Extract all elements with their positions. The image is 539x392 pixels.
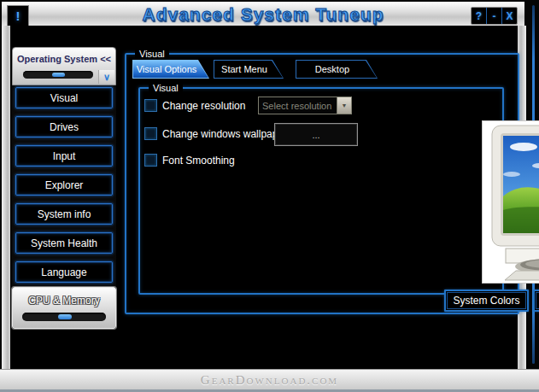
sidebar-category-header: Operating System << ∨: [12, 47, 116, 85]
resolution-select[interactable]: Select resolution ▼: [258, 97, 352, 114]
watermark-text: GearDownload.com: [201, 373, 338, 388]
change-resolution-checkbox[interactable]: [144, 99, 157, 112]
window-title: Advanced System Tuneup: [2, 4, 524, 25]
monitor-preview-image: [483, 121, 539, 283]
change-resolution-label: Change resolution: [162, 100, 245, 112]
apply-button[interactable]: Apply: [533, 290, 539, 312]
sidebar-item-system-info[interactable]: System info: [15, 203, 113, 225]
dropdown-arrow-icon: ▼: [342, 102, 348, 108]
sidebar-item-language[interactable]: Language: [15, 261, 113, 283]
bottom-status-bar: GearDownload.com: [0, 369, 539, 390]
category-dropdown-button[interactable]: ∨: [98, 70, 114, 84]
help-button[interactable]: ?: [472, 8, 486, 24]
font-smoothing-checkbox[interactable]: [144, 154, 157, 167]
window-controls: ? - X: [471, 7, 518, 25]
cpu-memory-label: CPU & Memory: [13, 295, 115, 307]
change-wallpaper-checkbox[interactable]: [144, 127, 157, 140]
monitor-preview: [482, 120, 539, 284]
window-frame-left: [2, 26, 10, 369]
minimize-button[interactable]: -: [486, 8, 501, 24]
tab-start-menu[interactable]: Start Menu: [214, 60, 284, 79]
sidebar-nav: Visual Drives Input Explorer System info…: [15, 87, 113, 283]
change-wallpaper-label: Change windows wallpaper: [162, 128, 287, 140]
system-colors-button[interactable]: System Colors: [444, 290, 529, 312]
sidebar-item-explorer[interactable]: Explorer: [15, 174, 113, 196]
tab-desktop[interactable]: Desktop: [296, 60, 378, 79]
visual-groupbox-label: Visual: [135, 48, 169, 60]
sidebar-category-label[interactable]: Operating System <<: [13, 54, 115, 64]
title-bar: ! Advanced System Tuneup ? - X: [2, 2, 524, 27]
close-button[interactable]: X: [501, 8, 517, 24]
sidebar-item-visual[interactable]: Visual: [15, 87, 113, 108]
main-content-area: Operating System << ∨ Visual Drives Inpu…: [10, 26, 518, 369]
wallpaper-browse-button[interactable]: ...: [274, 123, 358, 146]
sidebar-item-system-health[interactable]: System Health: [15, 232, 113, 254]
resolution-select-arrow-button[interactable]: ▼: [337, 97, 351, 114]
tab-visual-options-label: Visual Options: [133, 61, 208, 78]
sidebar: Operating System << ∨ Visual Drives Inpu…: [12, 47, 116, 329]
visual-groupbox: Visual Visual Options Start Menu Desktop…: [125, 53, 519, 314]
font-smoothing-label: Font Smoothing: [162, 155, 235, 167]
cpu-memory-scrollbar-thumb[interactable]: [58, 314, 72, 319]
tab-bar: Visual Options Start Menu Desktop: [132, 60, 380, 79]
category-scrollbar[interactable]: [23, 71, 93, 79]
visual-options-panel: Visual Change resolution Select resoluti…: [138, 87, 504, 295]
tab-desktop-label: Desktop: [296, 61, 377, 78]
sidebar-item-input[interactable]: Input: [15, 145, 113, 167]
sidebar-cpu-memory-panel[interactable]: CPU & Memory: [12, 287, 116, 329]
resolution-select-value: Select resolution: [259, 101, 337, 111]
cpu-memory-scrollbar[interactable]: [22, 313, 106, 321]
visual-options-panel-label: Visual: [149, 82, 183, 94]
chevron-down-icon: ∨: [103, 72, 110, 83]
sidebar-item-drives[interactable]: Drives: [15, 116, 113, 137]
category-scrollbar-thumb[interactable]: [52, 73, 65, 77]
tab-start-menu-label: Start Menu: [214, 61, 283, 78]
tab-visual-options[interactable]: Visual Options: [132, 60, 209, 79]
